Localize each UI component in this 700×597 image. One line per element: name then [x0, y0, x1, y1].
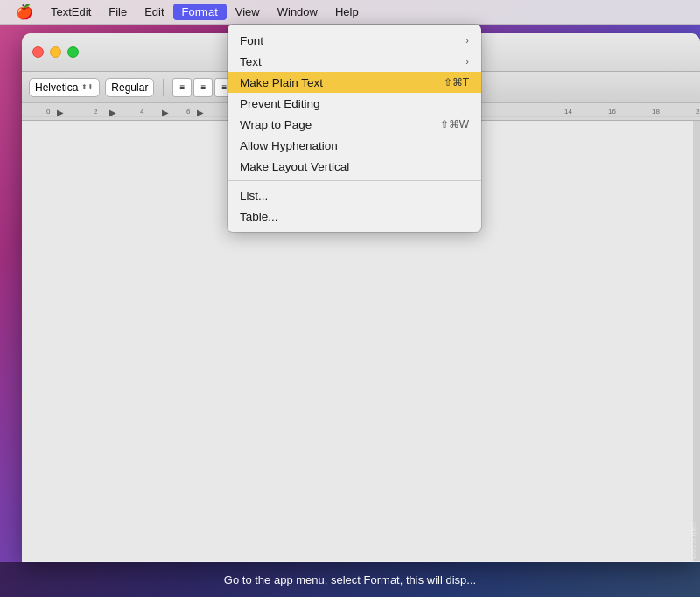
menu-item-wrap-to-page-label: Wrap to Page [240, 118, 312, 131]
menu-item-font-arrow-icon: › [466, 35, 469, 46]
menubar-item-format[interactable]: Format [173, 4, 227, 20]
svg-text:6: 6 [186, 108, 191, 116]
dropdown-menu: Font › Text › Make Plain Text ⇧⌘T Preven… [228, 25, 481, 232]
svg-text:14: 14 [564, 108, 572, 116]
svg-text:0: 0 [46, 108, 51, 116]
menu-item-text-arrow-icon: › [466, 56, 469, 67]
menu-item-wrap-to-page[interactable]: Wrap to Page ⇧⌘W [228, 114, 481, 135]
menu-item-list[interactable]: List... [228, 185, 481, 206]
menubar-item-file[interactable]: File [100, 4, 136, 20]
menu-item-text[interactable]: Text › [228, 51, 481, 72]
menu-item-table[interactable]: Table... [228, 206, 481, 227]
svg-text:▶: ▶ [109, 108, 116, 117]
apple-menu-icon[interactable]: 🍎 [7, 4, 42, 20]
menu-item-wrap-to-page-shortcut: ⇧⌘W [440, 118, 469, 130]
font-family-selector[interactable]: Helvetica ⬆⬇ [29, 78, 100, 97]
svg-text:18: 18 [652, 108, 660, 116]
svg-text:16: 16 [608, 108, 616, 116]
traffic-lights [32, 46, 79, 58]
menubar-item-window[interactable]: Window [269, 4, 326, 20]
menu-item-allow-hyphenation[interactable]: Allow Hyphenation [228, 135, 481, 156]
menu-item-allow-hyphenation-label: Allow Hyphenation [240, 139, 338, 152]
menu-item-font[interactable]: Font › [228, 30, 481, 51]
bottom-caption: Go to the app menu, select Format, this … [0, 562, 700, 597]
menu-item-table-label: Table... [240, 210, 278, 223]
font-family-label: Helvetica [35, 81, 78, 94]
menubar: 🍎 TextEdit File Edit Format View Window … [0, 0, 700, 25]
close-button[interactable] [32, 46, 44, 58]
menu-item-list-label: List... [240, 189, 268, 202]
svg-text:2: 2 [94, 108, 98, 116]
menu-item-make-layout-vertical[interactable]: Make Layout Vertical [228, 156, 481, 177]
svg-text:▶: ▶ [162, 108, 169, 117]
font-style-selector[interactable]: Regular [105, 78, 154, 97]
menubar-item-view[interactable]: View [227, 4, 269, 20]
menubar-item-help[interactable]: Help [326, 4, 368, 20]
menu-item-prevent-editing-label: Prevent Editing [240, 97, 320, 110]
minimize-button[interactable] [50, 46, 61, 58]
svg-text:20: 20 [696, 108, 700, 116]
watermark: yadinocom [690, 522, 698, 560]
menu-item-make-layout-vertical-label: Make Layout Vertical [240, 160, 349, 173]
bottom-caption-text: Go to the app menu, select Format, this … [224, 573, 476, 586]
menubar-item-edit[interactable]: Edit [136, 4, 172, 20]
toolbar-separator-1 [163, 79, 164, 96]
menubar-item-textedit[interactable]: TextEdit [42, 4, 100, 20]
menu-separator [228, 180, 481, 181]
svg-text:▶: ▶ [57, 108, 64, 117]
align-center-button[interactable]: ≡ [193, 78, 213, 97]
menu-item-text-label: Text [240, 55, 262, 68]
fullscreen-button[interactable] [67, 46, 79, 58]
scrollbar-right[interactable] [693, 121, 700, 561]
svg-text:4: 4 [140, 108, 144, 116]
menu-item-make-plain-text-label: Make Plain Text [240, 76, 323, 89]
format-dropdown: Font › Text › Make Plain Text ⇧⌘T Preven… [228, 25, 481, 232]
menu-item-make-plain-text[interactable]: Make Plain Text ⇧⌘T [228, 72, 481, 93]
menu-item-make-plain-text-shortcut: ⇧⌘T [444, 76, 469, 88]
font-family-arrow-icon: ⬆⬇ [81, 83, 94, 91]
align-left-button[interactable]: ≡ [172, 78, 192, 97]
menu-item-prevent-editing[interactable]: Prevent Editing [228, 93, 481, 114]
menu-item-font-label: Font [240, 34, 263, 47]
font-style-label: Regular [111, 81, 148, 94]
svg-text:▶: ▶ [197, 108, 204, 117]
